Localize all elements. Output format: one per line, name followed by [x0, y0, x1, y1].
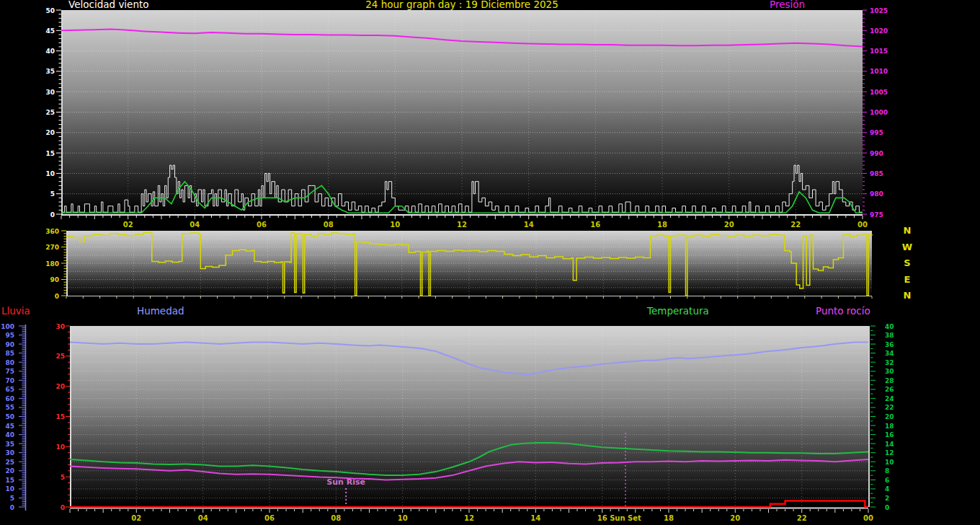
humidity-temperature-panel: Sun Rise05101520253035404550556065707580… — [1, 323, 894, 523]
svg-text:12: 12 — [464, 514, 474, 522]
svg-text:1010: 1010 — [870, 68, 888, 75]
svg-text:40: 40 — [885, 323, 894, 330]
svg-text:W: W — [902, 242, 912, 252]
svg-text:95: 95 — [5, 332, 14, 339]
svg-text:15: 15 — [45, 150, 55, 157]
svg-text:70: 70 — [5, 377, 14, 384]
svg-text:02: 02 — [123, 221, 133, 229]
svg-text:1020: 1020 — [870, 27, 888, 35]
svg-text:980: 980 — [870, 190, 883, 198]
svg-text:E: E — [904, 274, 911, 285]
svg-text:0: 0 — [55, 293, 59, 300]
svg-text:25: 25 — [45, 109, 55, 116]
svg-text:90: 90 — [50, 276, 59, 283]
svg-text:10: 10 — [45, 170, 55, 177]
svg-text:04: 04 — [190, 221, 200, 229]
svg-text:50: 50 — [5, 413, 14, 420]
svg-text:06: 06 — [264, 514, 275, 522]
svg-text:16: 16 — [597, 514, 607, 522]
wind-direction-panel: 090180270360NWSEN — [45, 225, 912, 301]
svg-text:18: 18 — [664, 514, 674, 522]
svg-text:12: 12 — [885, 449, 894, 456]
svg-text:1015: 1015 — [870, 48, 888, 55]
svg-text:20: 20 — [5, 467, 14, 475]
svg-text:45: 45 — [5, 423, 14, 430]
svg-text:55: 55 — [5, 404, 14, 411]
svg-text:80: 80 — [5, 359, 14, 366]
svg-text:14: 14 — [524, 221, 534, 229]
svg-text:10: 10 — [398, 514, 408, 522]
svg-text:35: 35 — [5, 441, 14, 448]
svg-text:0: 0 — [885, 504, 889, 511]
svg-text:1025: 1025 — [870, 7, 888, 14]
svg-text:N: N — [904, 290, 912, 301]
svg-text:15: 15 — [55, 413, 65, 420]
svg-text:1000: 1000 — [870, 109, 888, 116]
svg-text:975: 975 — [870, 211, 883, 219]
svg-text:1005: 1005 — [870, 89, 888, 96]
svg-text:30: 30 — [885, 368, 894, 375]
svg-text:00: 00 — [863, 514, 873, 522]
wind-speed-pressure-panel: 0510152025303540455097598098599099510001… — [45, 7, 888, 229]
svg-text:25: 25 — [5, 459, 14, 466]
svg-text:14: 14 — [885, 441, 894, 448]
svg-text:N: N — [904, 225, 912, 236]
svg-text:360: 360 — [45, 228, 59, 235]
weather-graphs-canvas: 0510152025303540455097598098599099510001… — [0, 0, 980, 525]
svg-text:20: 20 — [724, 221, 734, 229]
svg-text:22: 22 — [797, 514, 807, 522]
svg-text:45: 45 — [45, 27, 55, 35]
svg-text:04: 04 — [198, 514, 208, 522]
svg-text:100: 100 — [1, 323, 14, 330]
svg-text:990: 990 — [870, 150, 883, 157]
svg-text:40: 40 — [5, 431, 14, 438]
svg-text:20: 20 — [885, 413, 894, 420]
svg-text:10: 10 — [55, 444, 65, 451]
svg-text:180: 180 — [45, 260, 59, 268]
svg-text:30: 30 — [45, 89, 55, 96]
svg-text:270: 270 — [45, 244, 59, 251]
svg-text:30: 30 — [55, 323, 65, 330]
svg-text:00: 00 — [858, 221, 868, 229]
svg-text:985: 985 — [870, 170, 883, 177]
svg-text:2: 2 — [885, 495, 889, 502]
svg-text:0: 0 — [61, 504, 65, 511]
svg-text:36: 36 — [885, 341, 894, 348]
svg-text:15: 15 — [5, 477, 14, 484]
svg-text:6: 6 — [885, 477, 889, 484]
svg-text:02: 02 — [131, 514, 141, 522]
svg-text:S: S — [904, 257, 910, 268]
svg-text:30: 30 — [5, 449, 14, 456]
svg-text:5: 5 — [61, 474, 65, 481]
svg-text:18: 18 — [657, 221, 667, 229]
svg-text:5: 5 — [10, 495, 14, 502]
svg-text:08: 08 — [324, 221, 334, 229]
svg-text:22: 22 — [885, 404, 894, 411]
svg-text:16: 16 — [590, 221, 600, 229]
svg-text:40: 40 — [45, 48, 55, 55]
svg-text:25: 25 — [55, 353, 65, 360]
svg-text:14: 14 — [530, 514, 540, 522]
svg-text:22: 22 — [790, 221, 801, 229]
svg-text:75: 75 — [5, 368, 14, 375]
svg-text:10: 10 — [390, 221, 400, 229]
svg-text:12: 12 — [457, 221, 467, 229]
svg-text:90: 90 — [5, 341, 14, 348]
svg-text:4: 4 — [885, 485, 889, 493]
svg-text:34: 34 — [885, 350, 894, 357]
svg-text:20: 20 — [730, 514, 740, 522]
svg-text:995: 995 — [870, 129, 883, 136]
svg-text:20: 20 — [45, 129, 55, 136]
svg-text:10: 10 — [5, 485, 14, 493]
svg-text:28: 28 — [885, 377, 894, 384]
svg-text:18: 18 — [885, 423, 894, 430]
svg-text:24: 24 — [885, 395, 894, 402]
weather-dashboard: Velocidad viento 24 hour graph day : 19 … — [0, 0, 980, 525]
svg-text:16: 16 — [885, 431, 894, 438]
svg-text:85: 85 — [5, 350, 14, 357]
svg-text:65: 65 — [5, 386, 14, 393]
svg-text:0: 0 — [10, 504, 14, 511]
svg-text:38: 38 — [885, 332, 894, 339]
svg-text:32: 32 — [885, 359, 894, 366]
svg-text:26: 26 — [885, 386, 894, 393]
